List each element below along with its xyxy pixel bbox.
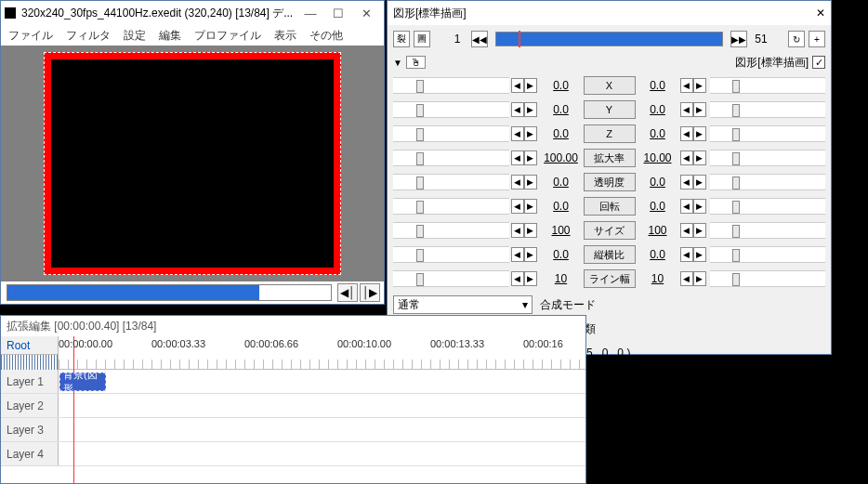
dec-button[interactable]: ◀: [511, 199, 524, 214]
param-label-button[interactable]: Y: [584, 100, 636, 119]
inc-button[interactable]: ▶: [693, 150, 706, 165]
menu-view[interactable]: 表示: [274, 28, 296, 44]
inc-button[interactable]: ▶: [693, 271, 706, 286]
param-right-slider[interactable]: [710, 125, 826, 142]
param-label-button[interactable]: 縦横比: [584, 245, 636, 264]
param-right-slider[interactable]: [710, 150, 826, 166]
dec-button[interactable]: ◀: [680, 199, 693, 214]
param-right-slider[interactable]: [710, 270, 826, 287]
timeline-zoom-scale[interactable]: [1, 355, 58, 370]
seek-track[interactable]: [7, 284, 332, 301]
layer-label[interactable]: Layer 3: [1, 418, 59, 441]
param-right-slider[interactable]: [710, 198, 826, 215]
param-right-slider[interactable]: [710, 101, 826, 118]
param-left-value[interactable]: 0.0: [543, 248, 580, 261]
object-enabled-checkbox[interactable]: ✓: [812, 56, 825, 69]
menu-filter[interactable]: フィルタ: [66, 28, 111, 44]
param-right-value[interactable]: 10.00: [639, 151, 677, 164]
menu-file[interactable]: ファイル: [8, 28, 53, 44]
param-right-value[interactable]: 0.0: [639, 248, 677, 261]
dec-button[interactable]: ◀: [680, 102, 693, 117]
param-right-slider[interactable]: [710, 174, 826, 190]
timeline-ruler[interactable]: 00:00:00.0000:00:03.3300:00:06.6600:00:1…: [59, 336, 585, 370]
menu-edit[interactable]: 編集: [159, 28, 181, 44]
dec-button[interactable]: ◀: [680, 150, 693, 165]
dec-button[interactable]: ◀: [680, 247, 693, 262]
dec-button[interactable]: ◀: [511, 150, 524, 165]
param-left-slider[interactable]: [393, 150, 509, 166]
param-right-value[interactable]: 0.0: [639, 103, 677, 116]
collapse-icon[interactable]: ▼: [393, 58, 402, 68]
inc-button[interactable]: ▶: [693, 175, 706, 190]
param-label-button[interactable]: 拡大率: [584, 149, 636, 167]
toolbar-btn-1[interactable]: 裂: [393, 31, 410, 47]
param-right-value[interactable]: 0.0: [639, 200, 677, 213]
inc-button[interactable]: ▶: [524, 78, 537, 93]
param-right-value[interactable]: 10: [639, 272, 677, 285]
dec-button[interactable]: ◀: [680, 223, 693, 238]
param-left-slider[interactable]: [393, 222, 509, 239]
param-left-slider[interactable]: [393, 125, 509, 142]
layer-label[interactable]: Layer 2: [1, 394, 59, 417]
dec-button[interactable]: ◀: [511, 126, 524, 141]
inc-button[interactable]: ▶: [524, 271, 537, 286]
maximize-button[interactable]: ☐: [324, 3, 352, 23]
preview-viewport[interactable]: [1, 46, 384, 281]
next-frame-button[interactable]: │▶: [360, 283, 380, 302]
dec-button[interactable]: ◀: [680, 126, 693, 141]
dec-button[interactable]: ◀: [511, 175, 524, 190]
param-left-value[interactable]: 0.0: [543, 200, 580, 213]
blend-mode-select[interactable]: 通常▾: [393, 295, 533, 314]
dec-button[interactable]: ◀: [511, 271, 524, 286]
track-body[interactable]: [59, 418, 585, 441]
dec-button[interactable]: ◀: [680, 175, 693, 190]
inc-button[interactable]: ▶: [693, 102, 706, 117]
inc-button[interactable]: ▶: [524, 126, 537, 141]
minimize-button[interactable]: —: [296, 3, 324, 23]
param-left-slider[interactable]: [393, 246, 509, 263]
param-label-button[interactable]: 回転: [584, 197, 636, 216]
param-label-button[interactable]: ライン幅: [584, 269, 636, 288]
menu-settings[interactable]: 設定: [124, 28, 146, 44]
layer-label[interactable]: Layer 4: [1, 442, 59, 465]
param-left-slider[interactable]: [393, 174, 509, 190]
track-body[interactable]: 背景(図形: [59, 370, 585, 393]
prev-frame-button[interactable]: ◀│: [337, 283, 358, 302]
param-label-button[interactable]: 透明度: [584, 173, 636, 191]
param-right-value[interactable]: 0.0: [639, 127, 677, 140]
inc-button[interactable]: ▶: [693, 126, 706, 141]
param-left-slider[interactable]: [393, 270, 509, 287]
inc-button[interactable]: ▶: [693, 78, 706, 93]
dec-button[interactable]: ◀: [680, 271, 693, 286]
frame-track[interactable]: [495, 32, 723, 46]
param-left-slider[interactable]: [393, 77, 509, 94]
dec-button[interactable]: ◀: [680, 78, 693, 93]
close-button[interactable]: ✕: [352, 3, 380, 23]
layer-label[interactable]: Layer 1: [1, 370, 59, 393]
param-left-value[interactable]: 100: [543, 224, 580, 237]
inc-button[interactable]: ▶: [524, 223, 537, 238]
inc-button[interactable]: ▶: [524, 150, 537, 165]
param-left-slider[interactable]: [393, 101, 509, 118]
param-left-slider[interactable]: [393, 198, 509, 215]
param-right-slider[interactable]: [710, 222, 826, 239]
param-label-button[interactable]: サイズ: [584, 221, 636, 240]
param-label-button[interactable]: X: [584, 76, 636, 95]
inc-button[interactable]: ▶: [693, 199, 706, 214]
menu-other[interactable]: その他: [309, 28, 343, 44]
dec-button[interactable]: ◀: [511, 78, 524, 93]
dec-button[interactable]: ◀: [511, 223, 524, 238]
param-right-value[interactable]: 0.0: [639, 176, 677, 189]
inc-button[interactable]: ▶: [693, 247, 706, 262]
inc-button[interactable]: ▶: [524, 175, 537, 190]
inc-button[interactable]: ▶: [524, 102, 537, 117]
property-close-button[interactable]: ✕: [816, 7, 825, 20]
param-right-slider[interactable]: [710, 246, 826, 263]
dec-button[interactable]: ◀: [511, 102, 524, 117]
param-right-value[interactable]: 100: [639, 224, 677, 237]
param-label-button[interactable]: Z: [584, 124, 636, 143]
param-left-value[interactable]: 0.0: [543, 79, 580, 92]
menu-profile[interactable]: プロファイル: [194, 28, 261, 44]
refresh-button[interactable]: ↻: [788, 31, 805, 47]
toolbar-btn-2[interactable]: 圖: [414, 31, 430, 47]
